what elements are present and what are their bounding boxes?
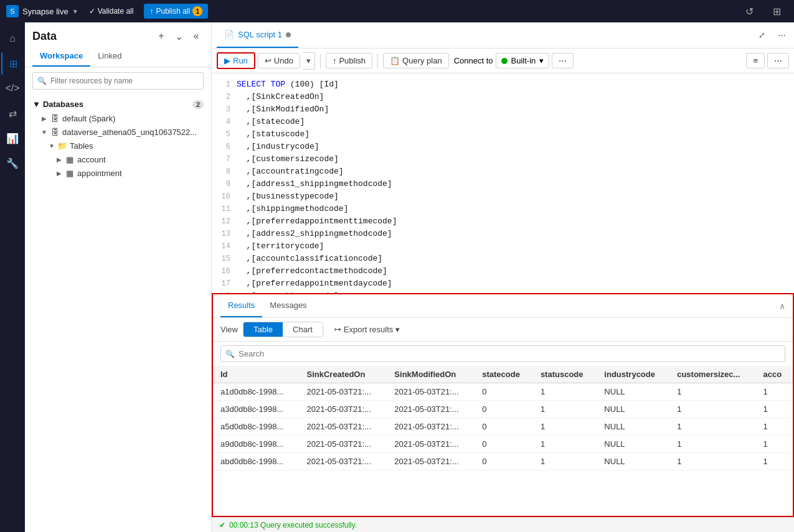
table-cell: 2021-05-03T21:... [299,418,387,436]
sidebar-close-icon[interactable]: « [189,29,204,44]
code-line-17: 17 ,[preferredappointmentdaycode] [212,278,794,290]
results-table-wrapper: Id SinkCreatedOn SinkModifiedOn statecod… [213,366,793,516]
table-cell: 1 [669,383,755,401]
home-icon[interactable]: ⌂ [1,27,24,50]
chart-view-button[interactable]: Chart [283,322,323,337]
results-tab-results[interactable]: Results [220,294,262,317]
col-acco: acco [756,366,793,383]
databases-section-header[interactable]: ▼ Databases 2 [25,97,211,111]
built-in-status-icon [501,58,508,64]
table-cell: 2021-05-03T21:... [299,383,387,401]
run-button[interactable]: ▶ Run [217,52,255,69]
table-view-button[interactable]: Table [243,322,283,337]
chevron-down-icon[interactable]: ▼ [72,8,78,15]
tree-item-tables-folder[interactable]: ▼ 📁 Tables [25,139,211,152]
tab-linked[interactable]: Linked [90,46,129,67]
connect-to-section: Connect to Built-in ▾ [454,53,550,68]
search-input[interactable] [32,72,204,90]
table-row: a3d0db8c-1998...2021-05-03T21:...2021-05… [213,401,793,418]
play-icon: ▶ [224,56,230,65]
tab-workspace[interactable]: Workspace [32,46,90,67]
results-tab-messages[interactable]: Messages [262,294,314,317]
collapse-icon[interactable]: ⌄ [171,29,186,44]
table-cell: 2021-05-03T21:... [299,401,387,418]
code-editor[interactable]: 1 SELECT TOP (100) [Id] 2 ,[SinkCreatedO… [212,73,794,293]
main-layout: ⌂ ⊞ </> ⇄ 📊 🔧 Data + ⌄ « Workspace Linke… [0,22,794,532]
results-panel: Results Messages ∧ View Table Chart ↦ [212,293,794,517]
toolbar-separator-2 [377,54,378,68]
results-panel-close[interactable]: ∧ [779,301,785,311]
table-cell: 1 [756,436,793,453]
chevron-right-icon: ▶ [55,169,64,177]
account-table-label: account [77,155,106,164]
publish-all-button[interactable]: ↑ Publish all 1 [144,4,208,19]
undo-dropdown[interactable]: ▾ [303,52,315,70]
table-cell: 1 [533,436,597,453]
monitor-icon[interactable]: 📊 [1,127,24,149]
table-cell: NULL [597,383,669,401]
chevron-right-icon: ▶ [55,155,64,164]
table-cell: NULL [597,401,669,418]
col-statuscode: statuscode [533,366,597,383]
code-line-16: 16 ,[preferredcontactmethodcode] [212,265,794,278]
folder-icon: 📁 [57,141,67,151]
data-icon[interactable]: ⊞ [1,52,24,75]
code-line-5: 5 ,[statuscode] [212,128,794,141]
table-cell: a3d0db8c-1998... [213,401,299,418]
table-cell: 1 [669,401,755,418]
settings-icon[interactable]: ⊞ [765,0,788,22]
synapse-logo: S Synapse live ▼ [6,5,78,17]
results-search-input[interactable] [220,345,785,362]
table-cell: 0 [475,453,533,470]
col-industrycode: industrycode [597,366,669,383]
col-sink-created: SinkCreatedOn [299,366,387,383]
more-toolbar-options[interactable]: ⋯ [767,53,789,68]
databases-badge: 2 [192,100,204,109]
export-results-button[interactable]: ↦ Export results ▾ [328,322,406,337]
tree-item-dataverse[interactable]: ▼ 🗄 dataverse_athena05_unq10637522... [25,125,211,139]
more-options-icon[interactable]: ⋯ [774,28,789,43]
app-name: Synapse live [22,7,69,16]
connect-select[interactable]: Built-in ▾ [496,53,550,68]
add-resource-button[interactable]: + [154,29,169,44]
table-icon: ▦ [65,168,75,178]
develop-icon[interactable]: </> [1,77,24,100]
integrate-icon[interactable]: ⇄ [1,102,24,124]
col-id: Id [213,366,299,383]
code-line-3: 3 ,[SinkModifiedOn] [212,103,794,116]
refresh-icon[interactable]: ↺ [738,0,760,22]
tree-item-appointment[interactable]: ▶ ▦ appointment [25,166,211,180]
table-cell: 2021-05-03T21:... [387,401,475,418]
table-row: abd0db8c-1998...2021-05-03T21:...2021-05… [213,453,793,470]
sql-script-tab[interactable]: 📄 SQL script 1 [217,22,298,48]
view-label: View [220,325,238,334]
manage-icon[interactable]: 🔧 [1,152,24,174]
sidebar-content: ▼ Databases 2 ▶ 🗄 default (Spark) ▼ 🗄 da… [25,95,211,532]
col-statecode: statecode [475,366,533,383]
tree-item-default-spark[interactable]: ▶ 🗄 default (Spark) [25,111,211,125]
expand-icon[interactable]: ⤢ [754,28,769,43]
undo-button[interactable]: ↩ Undo [258,53,300,68]
code-line-6: 6 ,[industrycode] [212,141,794,153]
validate-all-button[interactable]: ✓ Validate all [83,4,139,18]
sidebar-title: Data [32,30,57,43]
toolbar-right: ≡ ⋯ [746,53,789,68]
table-cell: NULL [597,418,669,436]
table-cell: a1d0db8c-1998... [213,383,299,401]
settings-button[interactable]: ≡ [746,53,765,68]
table-cell: 2021-05-03T21:... [299,436,387,453]
results-toolbar: View Table Chart ↦ Export results ▾ [213,318,793,342]
table-cell: 0 [475,401,533,418]
table-cell: 2021-05-03T21:... [387,383,475,401]
tree-item-account[interactable]: ▶ ▦ account [25,152,211,166]
query-plan-button[interactable]: 📋 Query plan [383,53,449,68]
publish-button[interactable]: ↑ Publish [326,53,372,68]
table-cell: 1 [669,436,755,453]
results-search: 🔍 [220,345,785,362]
built-in-label: Built-in [511,56,536,65]
col-customersizecode: customersizec... [669,366,755,383]
more-options-button[interactable]: ⋯ [552,53,574,68]
toolbar-separator [320,54,321,68]
publish-badge: 1 [192,6,202,16]
default-spark-label: default (Spark) [62,114,115,123]
